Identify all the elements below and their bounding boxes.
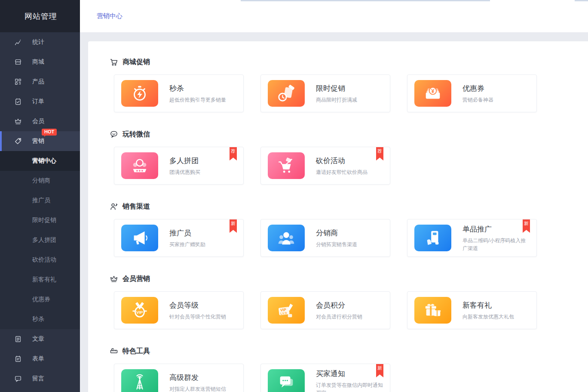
section-title: 特色工具 (122, 347, 150, 356)
phone-hand-icon (414, 225, 451, 251)
section-title: 玩转微信 (122, 130, 150, 139)
sidebar-item-label: 留言 (32, 375, 44, 383)
topbar: 营销中心 (80, 0, 588, 32)
section-header: 特色工具 (110, 346, 571, 356)
sidebar-item-orders[interactable]: 订单 (0, 92, 80, 111)
card-bargain[interactable]: 砍价活动 邀请好友帮忙砍价商品 荐 (260, 147, 390, 185)
vip-medal-icon: VIP (121, 297, 158, 324)
card-member-level[interactable]: VIP 会员等级 针对会员等级个性化营销 (114, 291, 244, 329)
card-desc: 超低价抢购引导更多销量 (169, 96, 226, 104)
content-area: 商城促销 秒杀 超低价抢购引导更多销量 (80, 32, 588, 392)
member-icon (14, 117, 22, 125)
sidebar-item-label: 会员 (32, 117, 44, 125)
chart-icon (14, 38, 22, 46)
card-title: 限时促销 (316, 83, 357, 93)
sidebar-item-stats[interactable]: 统计 (0, 32, 80, 52)
sidebar-item-members[interactable]: 会员 (0, 111, 80, 131)
cart-icon (110, 58, 118, 66)
card-desc: 分销拓宽销售渠道 (316, 241, 357, 248)
card-title: 会员积分 (316, 300, 362, 310)
submenu-item-group-buy[interactable]: 多人拼团 (0, 230, 80, 250)
recommend-ribbon: 荐 (376, 147, 383, 161)
hot-badge: HOT (42, 129, 57, 136)
card-desc: 买家推广赠奖励 (169, 241, 205, 248)
bargain-cart-icon (268, 152, 305, 179)
sidebar: 网站管理 统计 商城 产品 订单 (0, 0, 80, 392)
card-single-item-promo[interactable]: 单品推广 单品二维码/小程序码植入推广渠道 新 (407, 219, 537, 257)
card-new-customer-gift[interactable]: 新客有礼 向新客发放优惠大礼包 (407, 291, 537, 329)
card-desc: 单品二维码/小程序码植入推广渠道 (462, 237, 530, 252)
card-seckill[interactable]: 秒杀 超低价抢购引导更多销量 (114, 74, 244, 112)
section-title: 会员营销 (122, 275, 150, 284)
section-title: 销售渠道 (122, 202, 150, 211)
browser-top-line (241, 0, 490, 1)
sidebar-item-mall[interactable]: 商城 (0, 52, 80, 72)
card-title: 买家通知 (316, 369, 384, 379)
gift-boxes-icon (414, 297, 451, 324)
sidebar-item-label: 商城 (32, 58, 44, 66)
submenu-item-coupons[interactable]: 优惠券 (0, 290, 80, 309)
section-mall-promotion: 商城促销 秒杀 超低价抢购引导更多销量 (110, 57, 571, 112)
sidebar-title: 网站管理 (0, 0, 80, 32)
sidebar-item-label: 订单 (32, 98, 44, 105)
stars-glyph: ★★★ (136, 169, 144, 172)
group-buy-icon: ★★★ (121, 152, 158, 179)
section-header: 商城促销 (110, 57, 571, 67)
card-title: 新客有礼 (462, 300, 514, 310)
submenu-item-seckill[interactable]: 秒杀 (0, 309, 80, 329)
sidebar-item-label: 统计 (32, 38, 44, 46)
card-promoter[interactable]: 推广员 买家推广赠奖励 新 (114, 219, 244, 257)
section-sales-channels: 销售渠道 推广员 买家推广赠奖励 新 (110, 202, 571, 257)
broadcast-tower-icon (121, 369, 158, 392)
submenu-item-distributors[interactable]: 分销商 (0, 171, 80, 191)
card-buyer-notice[interactable]: 买家通知 订单发货等在微信内即时通知买家 新 (260, 364, 390, 392)
submenu-item-new-customer[interactable]: 新客有礼 (0, 270, 80, 290)
card-title: 砍价活动 (316, 156, 368, 166)
card-limited-promo[interactable]: 限时促销 商品限时打折满减 (260, 74, 390, 112)
card-desc: 订单发货等在微信内即时通知买家 (316, 381, 384, 392)
card-desc: 邀请好友帮忙砍价商品 (316, 168, 368, 176)
submenu-item-marketing-center[interactable]: 营销中心 (0, 151, 80, 171)
card-desc: 商品限时打折满减 (316, 96, 357, 104)
card-desc: 向新客发放优惠大礼包 (462, 313, 514, 321)
sidebar-item-label: 产品 (32, 78, 44, 86)
sidebar-item-label: 文章 (32, 335, 44, 343)
card-member-points[interactable]: VIPLV.9 会员积分 对会员进行积分营销 (260, 291, 390, 329)
card-desc: 对会员进行积分营销 (316, 313, 362, 321)
cards-row: 秒杀 超低价抢购引导更多销量 限时促销 商品限时打折满减 (114, 74, 571, 112)
wechat-chat-icon (110, 130, 118, 139)
sidebar-item-marketing[interactable]: 营销 HOT (0, 131, 80, 151)
card-title: 优惠券 (462, 83, 493, 93)
limited-time-icon (268, 80, 305, 107)
sidebar-item-products[interactable]: 产品 (0, 72, 80, 92)
submenu-item-bargain[interactable]: 砍价活动 (0, 250, 80, 270)
sidebar-item-articles[interactable]: 文章 (0, 329, 80, 349)
card-title: 高级群发 (169, 373, 226, 383)
card-title: 秒杀 (169, 83, 226, 93)
seckill-stopwatch-icon (121, 80, 158, 107)
card-distributor[interactable]: 分销商 分销拓宽销售渠道 (260, 219, 390, 257)
section-member-marketing: 会员营销 VIP 会员等级 针对会员等级个性化营销 VI (110, 274, 571, 329)
section-header: 玩转微信 (110, 130, 571, 139)
card-group-buy[interactable]: ★★★ 多人拼团 团满优惠购买 荐 (114, 147, 244, 185)
order-icon (14, 98, 22, 105)
submenu-item-limited-promo[interactable]: 限时促销 (0, 210, 80, 230)
section-title: 商城促销 (122, 58, 150, 67)
submenu-item-promoters[interactable]: 推广员 (0, 191, 80, 210)
section-wechat: 玩转微信 ★★★ 多人拼团 团满优惠购买 荐 (110, 130, 571, 185)
store-icon (14, 58, 22, 66)
card-coupon[interactable]: ¥ 优惠券 营销必备神器 (407, 74, 537, 112)
sidebar-item-forms[interactable]: 表单 (0, 349, 80, 369)
cards-row: VIP 会员等级 针对会员等级个性化营销 VIPLV.9 会员积分 (114, 291, 571, 329)
vip-card-icon: VIPLV.9 (268, 297, 305, 324)
sidebar-item-messages[interactable]: 留言 (0, 369, 80, 389)
lv-glyph: LV.9 (280, 311, 287, 316)
tab-marketing-center[interactable]: 营销中心 (97, 0, 122, 32)
card-title: 推广员 (169, 228, 205, 238)
recommend-ribbon: 荐 (230, 147, 237, 161)
card-bulk-sms[interactable]: 高级群发 对指定人群发送营销短信 (114, 364, 244, 392)
card-title: 会员等级 (169, 300, 226, 310)
cards-row: 高级群发 对指定人群发送营销短信 买家通知 订单发货等在微信内即时通知买家 新 (114, 364, 571, 392)
marketing-panel: 商城促销 秒杀 超低价抢购引导更多销量 (88, 41, 588, 392)
section-header: 会员营销 (110, 274, 571, 284)
